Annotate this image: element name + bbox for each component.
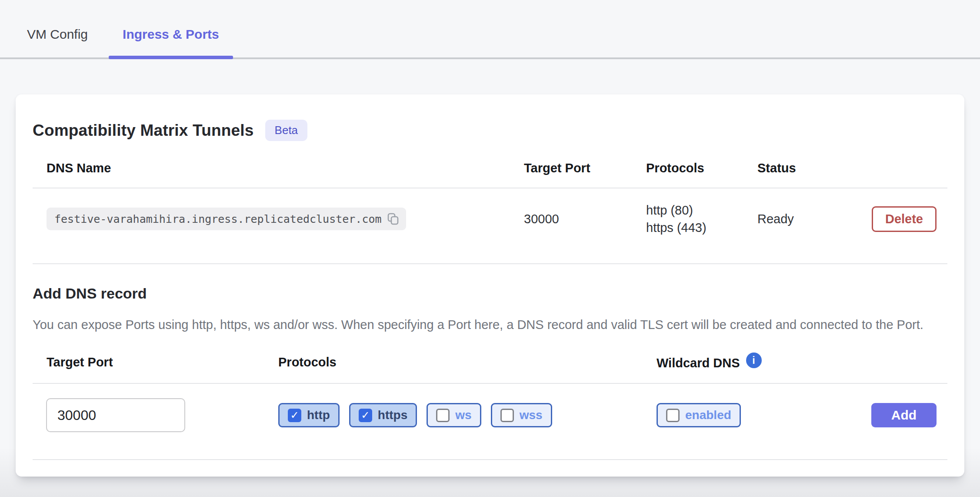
form-label-protocols: Protocols bbox=[278, 355, 657, 371]
checkbox-unchecked-icon bbox=[500, 409, 514, 422]
copy-icon[interactable] bbox=[387, 212, 399, 226]
wildcard-option-label: enabled bbox=[685, 408, 731, 422]
wildcard-enabled-checkbox[interactable]: enabled bbox=[657, 403, 741, 427]
checkbox-checked-icon: ✓ bbox=[359, 409, 372, 422]
status-cell: Ready bbox=[757, 212, 861, 226]
tab-vm-config[interactable]: VM Config bbox=[13, 27, 102, 57]
protocol-option-label: ws bbox=[455, 408, 471, 422]
checkbox-checked-icon: ✓ bbox=[288, 409, 301, 422]
col-header-dns-name: DNS Name bbox=[33, 161, 524, 175]
dns-name-pill: festive-varahamihira.ingress.replicatedc… bbox=[47, 208, 406, 230]
protocol-checkbox-ws[interactable]: ws bbox=[427, 403, 481, 427]
add-form-row: ✓ http ✓ https ws wss enabled Add bbox=[33, 384, 947, 447]
col-header-target-port: Target Port bbox=[524, 161, 646, 175]
col-header-status: Status bbox=[757, 161, 861, 175]
form-label-wildcard-dns: Wildcard DNS i bbox=[657, 355, 839, 371]
tab-ingress-ports[interactable]: Ingress & Ports bbox=[109, 27, 233, 57]
page-title: Compatibility Matrix Tunnels bbox=[33, 121, 254, 140]
target-port-input[interactable] bbox=[46, 398, 185, 432]
protocol-line-http: http (80) bbox=[646, 201, 757, 219]
table-row-divider bbox=[33, 263, 947, 264]
add-dns-record-heading: Add DNS record bbox=[33, 285, 947, 302]
protocol-option-label: https bbox=[378, 408, 407, 422]
protocol-pill-group: ✓ http ✓ https ws wss bbox=[278, 403, 657, 427]
dns-name-value: festive-varahamihira.ingress.replicatedc… bbox=[54, 213, 382, 225]
panel-title-row: Compatibility Matrix Tunnels Beta bbox=[33, 120, 947, 141]
tunnels-table-header: DNS Name Target Port Protocols Status bbox=[33, 161, 947, 175]
table-row: festive-varahamihira.ingress.replicatedc… bbox=[33, 188, 947, 251]
dns-name-cell: festive-varahamihira.ingress.replicatedc… bbox=[33, 208, 524, 230]
protocol-checkbox-wss[interactable]: wss bbox=[491, 403, 552, 427]
delete-button[interactable]: Delete bbox=[872, 206, 937, 232]
add-button[interactable]: Add bbox=[871, 403, 937, 427]
protocol-checkbox-https[interactable]: ✓ https bbox=[349, 403, 417, 427]
protocol-option-label: wss bbox=[520, 408, 543, 422]
info-icon[interactable]: i bbox=[746, 353, 762, 368]
ingress-panel: Compatibility Matrix Tunnels Beta DNS Na… bbox=[16, 94, 964, 477]
checkbox-unchecked-icon bbox=[436, 409, 450, 422]
tab-bar: VM Config Ingress & Ports bbox=[0, 0, 980, 59]
wildcard-dns-text: Wildcard DNS bbox=[657, 356, 740, 370]
protocols-cell: http (80) https (443) bbox=[646, 201, 757, 236]
beta-badge: Beta bbox=[265, 120, 308, 141]
add-dns-record-description: You can expose Ports using http, https, … bbox=[33, 316, 939, 333]
form-label-target-port: Target Port bbox=[33, 355, 278, 371]
protocol-option-label: http bbox=[307, 408, 330, 422]
protocol-line-https: https (443) bbox=[646, 219, 757, 236]
checkbox-unchecked-icon bbox=[666, 409, 680, 422]
form-row-divider bbox=[33, 459, 947, 460]
add-form-header: Target Port Protocols Wildcard DNS i bbox=[33, 355, 947, 371]
protocol-checkbox-http[interactable]: ✓ http bbox=[278, 403, 340, 427]
target-port-cell: 30000 bbox=[524, 212, 646, 226]
col-header-protocols: Protocols bbox=[646, 161, 757, 175]
